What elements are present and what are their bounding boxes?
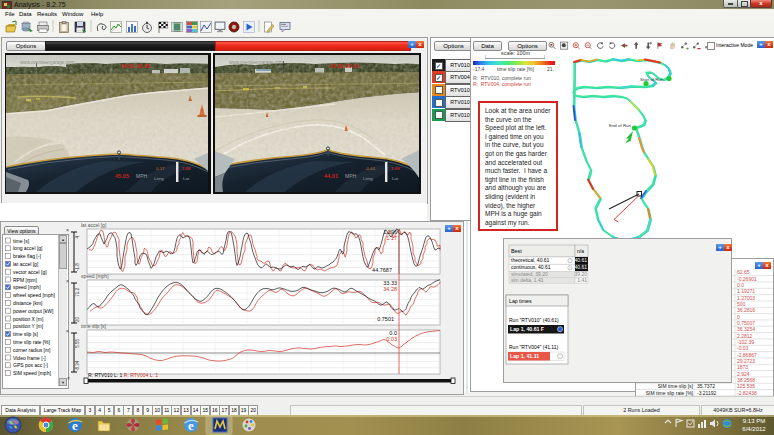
svg-text:e: e: [188, 418, 194, 433]
svg-text:-2.86867: -2.86867: [737, 352, 757, 358]
svg-text:-2.82438: -2.82438: [737, 390, 757, 396]
svg-text:Lat: Lat: [183, 176, 190, 181]
svg-text:36.2816: 36.2816: [737, 307, 755, 313]
svg-text:1.09: 1.09: [391, 166, 400, 171]
svg-text:40.61: 40.61: [574, 264, 587, 270]
svg-text:www.oversteergarage.com: www.oversteergarage.com: [20, 60, 75, 65]
svg-text:40.61: 40.61: [574, 257, 587, 263]
svg-text:Long: Long: [363, 176, 373, 181]
svg-text:1.19271: 1.19271: [737, 288, 755, 294]
svg-text:44.01: 44.01: [324, 173, 338, 179]
svg-text:00:01:23.38: 00:01:23.38: [121, 63, 150, 69]
svg-text:lat accel [g]: lat accel [g]: [81, 222, 107, 228]
svg-text:continuous, 40.61: continuous, 40.61: [511, 264, 551, 270]
svg-text:1.41: 1.41: [577, 277, 587, 283]
svg-text:-0.03: -0.03: [737, 345, 749, 351]
svg-text:time slip [s]: time slip [s]: [81, 323, 107, 329]
svg-text:-0.26901: -0.26901: [737, 276, 757, 282]
svg-text:-0.44: -0.44: [365, 166, 376, 171]
svg-text:2.924: 2.924: [737, 371, 750, 377]
svg-text:0.7501: 0.7501: [377, 316, 394, 322]
svg-text:R: RTV010 L: 1 R: RTV004 L: 1: R: RTV010 L: 1 R: RTV004 L: 1: [88, 372, 158, 378]
svg-text:1.27003: 1.27003: [737, 295, 755, 301]
svg-text:35.7372: 35.7372: [697, 383, 715, 389]
svg-text:speed [mph]: speed [mph]: [81, 273, 109, 279]
svg-text:62.65: 62.65: [737, 269, 750, 275]
svg-text:5.55: 5.55: [75, 339, 80, 348]
svg-text:0: 0: [737, 314, 740, 320]
svg-text:0.17: 0.17: [156, 166, 165, 171]
svg-text:45.05: 45.05: [115, 173, 129, 179]
svg-text:Lap times: Lap times: [509, 298, 532, 304]
svg-text:Run "RTV004" (41.11): Run "RTV004" (41.11): [509, 344, 559, 350]
svg-text:×: ×: [66, 278, 69, 284]
svg-text:34.28: 34.28: [383, 286, 397, 292]
svg-text:Start of Run: Start of Run: [640, 77, 664, 82]
svg-text:125.535: 125.535: [737, 383, 755, 389]
svg-text:2.2812: 2.2812: [737, 333, 753, 339]
svg-text:29.2723: 29.2723: [737, 358, 755, 364]
svg-text:Lat: Lat: [392, 176, 399, 181]
svg-text:4: 4: [75, 236, 80, 239]
svg-text:1873: 1873: [737, 364, 748, 370]
svg-text:×: ×: [66, 227, 69, 233]
svg-text:Best: Best: [511, 248, 522, 254]
svg-text:71.2: 71.2: [75, 288, 80, 297]
svg-text:-8.34: -8.34: [75, 360, 80, 371]
svg-text:SIM time slip rate [%]: SIM time slip rate [%]: [646, 390, 694, 396]
svg-text:Run "RTV010" (40.61): Run "RTV010" (40.61): [509, 317, 559, 323]
svg-text:e: e: [72, 418, 78, 433]
svg-text:MPH: MPH: [345, 173, 357, 179]
svg-text:-1.8: -1.8: [75, 263, 80, 271]
svg-text:n/a: n/a: [577, 248, 584, 254]
svg-text:sim delta, 1.41: sim delta, 1.41: [511, 277, 544, 283]
svg-text:44.7687: 44.7687: [372, 267, 392, 273]
svg-text:36.3254: 36.3254: [737, 326, 755, 332]
svg-text:0.75007: 0.75007: [737, 320, 755, 326]
svg-text:www.oversteergarage.com: www.oversteergarage.com: [229, 60, 284, 65]
svg-text:1.08: 1.08: [182, 166, 191, 171]
svg-text:-3.21192: -3.21192: [697, 390, 717, 396]
svg-text:-102.39: -102.39: [737, 339, 754, 345]
svg-text:500: 500: [737, 301, 746, 307]
svg-text:0.0: 0.0: [737, 282, 744, 288]
svg-text:Lap 1, 40.61 F: Lap 1, 40.61 F: [510, 326, 544, 332]
svg-text:theoretical, 40.61: theoretical, 40.61: [511, 257, 550, 263]
svg-text:20: 20: [75, 316, 80, 322]
svg-text:1.17: 1.17: [386, 235, 397, 241]
svg-text:End of Run: End of Run: [609, 123, 632, 128]
svg-text:00:01:23.04: 00:01:23.04: [330, 63, 359, 69]
svg-text:×: ×: [67, 375, 70, 381]
svg-text:Lap 1, 41.11: Lap 1, 41.11: [510, 353, 539, 359]
svg-text:SIM time slip [s]: SIM time slip [s]: [658, 383, 694, 389]
svg-text:MPH: MPH: [136, 173, 148, 179]
svg-text:0.03: 0.03: [386, 336, 397, 342]
svg-text:×: ×: [66, 328, 69, 334]
svg-text:Long: Long: [154, 176, 164, 181]
svg-text:38.2568: 38.2568: [737, 377, 755, 383]
